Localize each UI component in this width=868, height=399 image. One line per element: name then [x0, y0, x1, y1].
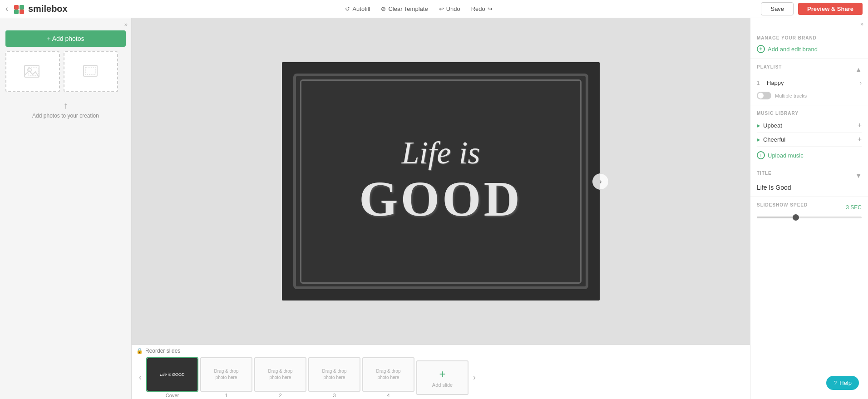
play-icon-cheerful: ▶ [757, 137, 760, 142]
slide-thumb-wrapper-cover: Life is GOOD Cover [146, 357, 198, 398]
hint-text: Add photos to your creation [32, 113, 99, 119]
play-icon-upbeat: ▶ [757, 123, 760, 128]
photo-slot-1[interactable] [5, 51, 60, 92]
undo-label: Undo [446, 5, 460, 12]
logo-icon [13, 3, 25, 15]
title-section-title: Title [757, 171, 772, 176]
speed-slider-knob[interactable] [793, 214, 799, 221]
right-panel: » Manage Your Brand + Add and edit brand… [750, 18, 868, 399]
music-library-section: Music Library ▶ Upbeat + ▶ Cheerful + + … [750, 105, 868, 165]
next-slide-button[interactable]: › [592, 173, 609, 190]
clear-template-label: Clear Template [388, 5, 428, 12]
clear-template-button[interactable]: ⊘ Clear Template [381, 5, 428, 12]
svg-rect-4 [20, 10, 24, 14]
music-category-name-cheerful: Cheerful [763, 136, 785, 143]
svg-rect-1 [14, 5, 19, 10]
undo-icon: ↩ [439, 5, 444, 12]
svg-rect-3 [14, 10, 19, 14]
redo-label: Redo [471, 5, 485, 12]
photo-slot-icon-2 [82, 63, 100, 81]
music-category-left-upbeat: ▶ Upbeat [757, 122, 782, 129]
slide-drag-text-4: Drag & dropphoto here [376, 368, 401, 381]
autofill-label: Autofill [352, 5, 370, 12]
add-slide-button[interactable]: + Add slide [416, 360, 469, 395]
slide-thumb-2[interactable]: Drag & dropphoto here [254, 357, 306, 392]
music-library-title: Music Library [757, 111, 799, 116]
topbar-right: Save Preview & Share [761, 2, 863, 15]
cover-thumb-image: Life is GOOD [147, 358, 197, 391]
collapse-right-button[interactable]: » [750, 18, 868, 30]
add-photos-button[interactable]: + Add photos [5, 30, 126, 47]
speed-value: 3 SEC [846, 204, 862, 211]
upload-music-button[interactable]: + Upload music [757, 151, 862, 159]
speed-header: Slideshow Speed 3 SEC [757, 202, 862, 212]
music-category-cheerful[interactable]: ▶ Cheerful + [757, 133, 862, 147]
brand-add-label: Add and edit brand [768, 46, 818, 53]
save-button[interactable]: Save [761, 2, 794, 15]
slideshow-speed-section: Slideshow Speed 3 SEC [750, 197, 868, 224]
title-chevron: ▼ [855, 172, 862, 179]
slide-thumb-3[interactable]: Drag & dropphoto here [308, 357, 360, 392]
slide-label-cover: Cover [166, 393, 179, 398]
photo-slot-2[interactable] [64, 51, 118, 92]
left-panel-header: » [0, 18, 131, 30]
slide-thumb-wrapper-4: Drag & dropphoto here 4 [362, 357, 414, 398]
music-library-header: Music Library [757, 111, 862, 116]
music-category-name-upbeat: Upbeat [763, 122, 782, 129]
speed-slider-fill [757, 217, 794, 218]
playlist-item-1[interactable]: 1 Happy › [757, 78, 862, 88]
canvas-area: Life is GOOD › [132, 18, 750, 345]
help-icon: ? [833, 379, 837, 386]
slide-thumb-wrapper-2: Drag & dropphoto here 2 [254, 357, 306, 398]
filmstrip-slides: ‹ Life is GOOD Cover Drag & dropphoto he… [132, 356, 750, 399]
title-value[interactable]: Life Is Good [757, 184, 862, 191]
music-category-upbeat[interactable]: ▶ Upbeat + [757, 118, 862, 133]
slide-thumb-cover[interactable]: Life is GOOD [146, 357, 198, 392]
upload-music-label: Upload music [768, 152, 804, 159]
playlist-item-chevron: › [860, 80, 862, 86]
slide-thumb-4[interactable]: Drag & dropphoto here [362, 357, 414, 392]
left-panel: » + Add photos ↑ Add photos to you [0, 18, 132, 399]
brand-section: Manage Your Brand + Add and edit brand [750, 30, 868, 59]
music-category-plus-upbeat: + [858, 121, 862, 129]
playlist-section-title: Playlist [757, 64, 782, 69]
preview-share-button[interactable]: Preview & Share [798, 3, 863, 15]
brand-section-title: Manage Your Brand [757, 35, 862, 40]
add-slide-label: Add slide [432, 382, 453, 388]
autofill-button[interactable]: ↺ Autofill [345, 5, 370, 12]
chalk-text-top: Life is [401, 135, 480, 170]
main-layout: » + Add photos ↑ Add photos to you [0, 18, 868, 399]
filmstrip-reorder: 🔒 Reorder slides [132, 347, 750, 356]
collapse-left-button[interactable]: » [124, 21, 128, 28]
playlist-section: Playlist ▲ 1 Happy › Multiple tracks [750, 59, 868, 105]
slide-drag-text-2: Drag & dropphoto here [268, 368, 293, 381]
back-button[interactable]: ‹ [5, 4, 8, 14]
redo-button[interactable]: Redo ↪ [471, 5, 493, 12]
playlist-item-name: Happy [767, 79, 856, 86]
speed-section-title: Slideshow Speed [757, 202, 808, 207]
slide-image: Life is GOOD [282, 62, 600, 300]
help-button[interactable]: ? Help [826, 376, 859, 390]
slide-label-2: 2 [279, 393, 281, 398]
playlist-item-num: 1 [757, 80, 763, 86]
slide-label-4: 4 [387, 393, 390, 398]
redo-icon: ↪ [488, 5, 493, 12]
slide-thumb-1[interactable]: Drag & dropphoto here [200, 357, 252, 392]
slide-thumb-wrapper-1: Drag & dropphoto here 1 [200, 357, 252, 398]
brand-plus-icon: + [757, 45, 765, 53]
slide-drag-text-3: Drag & dropphoto here [322, 368, 347, 381]
center-area: Life is GOOD › 🔒 Reorder slides ‹ [132, 18, 750, 399]
help-label: Help [839, 379, 852, 386]
title-section-header: Title ▼ [757, 171, 862, 180]
undo-button[interactable]: ↩ Undo [439, 5, 460, 12]
speed-slider-track[interactable] [757, 217, 862, 218]
upload-music-icon: + [757, 151, 765, 159]
filmstrip-outer: 🔒 Reorder slides ‹ Life is GOOD Cover [132, 345, 750, 399]
filmstrip-next-button[interactable]: › [470, 373, 478, 382]
topbar-center: ↺ Autofill ⊘ Clear Template ↩ Undo Redo … [77, 5, 761, 12]
filmstrip-prev-button[interactable]: ‹ [136, 373, 144, 382]
slide-canvas: Life is GOOD › [282, 62, 600, 300]
multiple-tracks-toggle[interactable] [757, 92, 771, 99]
svg-rect-9 [85, 67, 95, 74]
add-edit-brand-button[interactable]: + Add and edit brand [757, 45, 862, 53]
